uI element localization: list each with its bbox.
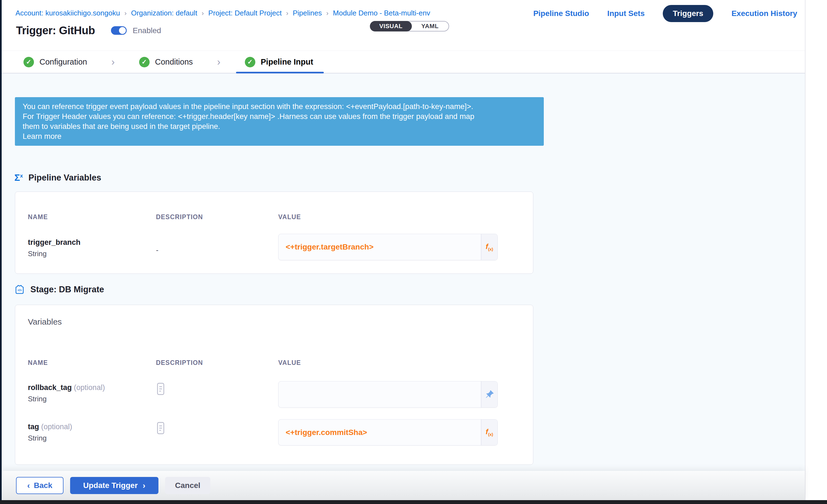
nav-pipeline-studio[interactable]: Pipeline Studio <box>533 9 589 18</box>
tab-pipeline-input[interactable]: ✓ Pipeline Input <box>245 57 313 67</box>
page-title: Trigger: GitHub <box>16 24 95 37</box>
trigger-branch-value-input[interactable] <box>279 234 481 260</box>
breadcrumb-pipelines[interactable]: Pipelines <box>293 9 322 17</box>
stage-icon: </> <box>14 284 25 295</box>
footer-action-bar: ‹ Back Update Trigger › Cancel <box>2 471 805 500</box>
fx-icon: f(x) <box>486 243 493 251</box>
column-header-name: NAME <box>28 213 48 221</box>
tab-configuration[interactable]: ✓ Configuration <box>23 57 87 67</box>
check-icon: ✓ <box>245 57 255 67</box>
chevron-right-icon: › <box>143 481 145 490</box>
breadcrumb-organization[interactable]: Organization: default <box>131 9 197 17</box>
trigger-branch-value-field: f(x) <box>278 234 498 260</box>
expression-fx-button[interactable]: f(x) <box>481 234 497 260</box>
pipeline-variables-card: NAME DESCRIPTION VALUE trigger_branch St… <box>15 192 533 274</box>
table-row: trigger_branch String <box>28 238 81 258</box>
cancel-button[interactable]: Cancel <box>165 477 210 494</box>
stage-heading: </> Stage: DB Migrate <box>14 284 104 295</box>
banner-text-line: For Trigger Header values you can refere… <box>22 111 536 121</box>
rollback-tag-value-field <box>278 381 498 408</box>
pin-input-type-button[interactable] <box>481 382 497 407</box>
fx-icon: f(x) <box>486 428 493 436</box>
learn-more-link[interactable]: Learn more <box>22 132 536 141</box>
tab-pipeline-input-label: Pipeline Input <box>261 57 313 66</box>
variable-type: String <box>28 434 72 443</box>
variables-subheading: Variables <box>28 317 62 326</box>
enabled-label: Enabled <box>133 26 161 35</box>
optional-label: (optional) <box>74 384 105 392</box>
breadcrumb-pipeline-name[interactable]: Module Demo - Beta-multi-env <box>333 9 430 17</box>
back-button-label: Back <box>34 481 52 490</box>
description-tooltip-icon[interactable] <box>157 422 164 435</box>
table-row: tag (optional) String <box>28 422 72 443</box>
column-header-value: VALUE <box>278 359 301 366</box>
pipeline-input-panel: You can reference trigger event payload … <box>2 73 805 504</box>
chevron-right-icon: › <box>111 56 115 68</box>
window-bottom-edge <box>0 500 827 504</box>
svg-text:</>: </> <box>17 289 21 292</box>
variable-type: String <box>28 395 105 403</box>
tab-configuration-label: Configuration <box>40 57 87 66</box>
breadcrumb-project[interactable]: Project: Default Project <box>208 9 282 17</box>
title-row: Trigger: GitHub Enabled <box>16 24 161 37</box>
optional-label: (optional) <box>41 422 72 431</box>
breadcrumb-account[interactable]: Account: kurosakiichigo.songoku <box>15 9 120 17</box>
tag-value-field: f(x) <box>278 419 498 446</box>
stage-variables-card: Variables NAME DESCRIPTION VALUE rollbac… <box>15 305 533 465</box>
visual-toggle-button[interactable]: VISUAL <box>370 21 412 32</box>
variable-name: trigger_branch <box>28 238 81 247</box>
update-trigger-button[interactable]: Update Trigger › <box>70 477 158 494</box>
cancel-button-label: Cancel <box>175 481 200 490</box>
check-icon: ✓ <box>139 57 150 67</box>
nav-input-sets[interactable]: Input Sets <box>607 9 644 18</box>
collapsed-sidebar-edge <box>0 0 2 504</box>
tag-value-input[interactable] <box>279 419 481 445</box>
expression-fx-button[interactable]: f(x) <box>481 419 497 445</box>
pipeline-variables-title: Pipeline Variables <box>29 173 101 183</box>
rollback-tag-value-input[interactable] <box>279 382 481 407</box>
breadcrumb-separator-icon: › <box>125 9 127 17</box>
enabled-toggle[interactable] <box>111 26 127 35</box>
banner-text-line: them to variables that are being used in… <box>22 121 536 132</box>
chevron-left-icon: ‹ <box>27 481 30 490</box>
variable-name: tag (optional) <box>28 422 72 431</box>
breadcrumb-separator-icon: › <box>286 9 288 17</box>
variable-type: String <box>28 250 81 258</box>
column-header-value: VALUE <box>278 213 301 221</box>
banner-text-line: You can reference trigger event payload … <box>22 102 536 111</box>
variables-sigma-icon: Σx <box>14 172 23 183</box>
variable-name: rollback_tag (optional) <box>28 384 105 392</box>
info-banner: You can reference trigger event payload … <box>15 97 544 146</box>
back-button[interactable]: ‹ Back <box>16 477 63 494</box>
column-header-description: DESCRIPTION <box>156 213 203 221</box>
variable-description: - <box>156 246 158 254</box>
table-row: rollback_tag (optional) String <box>28 384 105 403</box>
update-trigger-label: Update Trigger <box>83 481 138 490</box>
description-tooltip-icon[interactable] <box>157 383 164 396</box>
pin-icon <box>484 390 494 399</box>
yaml-toggle-button[interactable]: YAML <box>411 21 448 31</box>
tab-conditions[interactable]: ✓ Conditions <box>139 57 193 67</box>
breadcrumb: Account: kurosakiichigo.songoku › Organi… <box>15 9 430 17</box>
pipeline-variables-heading: Σx Pipeline Variables <box>14 172 101 183</box>
toggle-knob <box>119 27 126 34</box>
column-header-description: DESCRIPTION <box>156 359 203 366</box>
nav-triggers-active[interactable]: Triggers <box>663 5 713 22</box>
wizard-tabbar: ✓ Configuration › ✓ Conditions › ✓ Pipel… <box>2 51 805 73</box>
pipeline-top-nav: Pipeline Studio Input Sets Triggers Exec… <box>533 5 797 22</box>
check-icon: ✓ <box>23 57 34 67</box>
column-header-name: NAME <box>28 359 48 366</box>
app-window: Account: kurosakiichigo.songoku › Organi… <box>2 0 806 504</box>
stage-title: Stage: DB Migrate <box>30 285 104 295</box>
nav-execution-history[interactable]: Execution History <box>731 9 797 18</box>
breadcrumb-separator-icon: › <box>326 9 329 17</box>
chevron-right-icon: › <box>217 56 221 68</box>
page-header: Account: kurosakiichigo.songoku › Organi… <box>2 0 805 51</box>
tab-conditions-label: Conditions <box>155 57 193 66</box>
breadcrumb-separator-icon: › <box>202 9 204 17</box>
visual-yaml-toggle: VISUAL YAML <box>370 21 449 32</box>
